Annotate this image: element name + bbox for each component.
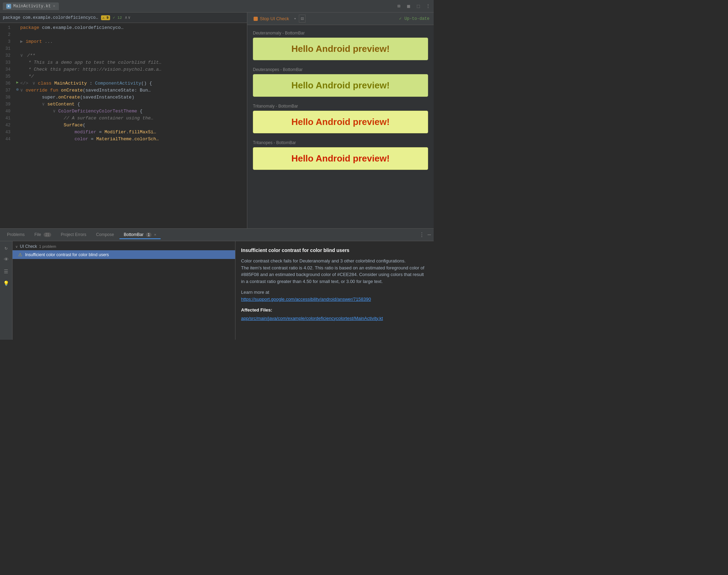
file-tab[interactable]: K MainActivity.kt × <box>3 2 59 10</box>
main-layout: package com.example.colordeficiencyco… ⚠… <box>0 13 434 228</box>
package-path: package com.example.colordeficiencyco… <box>3 15 98 20</box>
preview-section-deuteranopes: Deuteranopes - BottomBar Hello Android p… <box>253 67 428 97</box>
detail-title: Insufficient color contrast for color bl… <box>241 247 428 254</box>
panel-toolbar-right: ⋮ — <box>419 231 431 238</box>
title-bar-actions: ⊞ ▦ ⬚ ⋮ <box>396 3 431 9</box>
tab-close-button[interactable]: × <box>53 4 55 8</box>
problem-count: 1 problem <box>39 244 56 249</box>
editor-header: package com.example.colordeficiencyco… ⚠… <box>0 13 247 23</box>
code-line: 33 * This is a demo app to test the colo… <box>0 59 247 66</box>
problem-text: Insufficient color contrast for color bl… <box>25 252 109 257</box>
panel-sidebar: ↻ 👁 ☰ 💡 <box>0 241 13 340</box>
layout-icon[interactable]: ▦ <box>406 3 411 9</box>
panel-body: ↻ 👁 ☰ 💡 ∨ UI Check 1 problem ⚠ Insuffici… <box>0 241 434 340</box>
preview-card-tritanomaly: Hello Android preview! <box>253 111 428 133</box>
title-bar: K MainActivity.kt × ⊞ ▦ ⬚ ⋮ <box>0 0 434 13</box>
problems-list: ∨ UI Check 1 problem ⚠ Insufficient colo… <box>13 241 235 340</box>
code-line: 1 package com.example.colordeficiencyco… <box>0 24 247 31</box>
panel-tabs: Problems File 21 Project Errors Compose … <box>0 229 434 241</box>
stop-ui-check-button[interactable]: Stop UI Check <box>251 15 291 23</box>
tab-bottombar[interactable]: BottomBar 1 × <box>119 231 160 239</box>
nav-arrows[interactable]: ∧ ∨ <box>125 15 130 20</box>
preview-toolbar: Stop UI Check ▾ ⊡ ✓ Up-to-date <box>247 13 434 25</box>
preview-status: ✓ Up-to-date <box>399 16 429 21</box>
learn-more-link[interactable]: https://support.google.com/accessibility… <box>241 297 371 302</box>
preview-card-deuteranopes: Hello Android preview! <box>253 74 428 97</box>
image-icon[interactable]: ⬚ <box>416 3 421 9</box>
bottom-panel: Problems File 21 Project Errors Compose … <box>0 228 434 340</box>
checkmark-icon: ✓ <box>399 16 402 21</box>
code-line: 2 <box>0 31 247 38</box>
preview-text-tritanopes: Hello Android preview! <box>291 153 389 164</box>
affected-file-link[interactable]: app/src/main/java/com/example/colordefic… <box>241 315 428 322</box>
stop-icon <box>254 17 258 21</box>
nav-up-icon[interactable]: ∧ <box>125 15 127 20</box>
code-editor: package com.example.colordeficiencyco… ⚠… <box>0 13 247 228</box>
code-line: 37 ⊙ ∨ override fun onCreate(savedInstan… <box>0 87 247 94</box>
preview-text-deuteranomaly: Hello Android preview! <box>291 44 389 54</box>
code-line: 36 ▶ </> ∨ class MainActivity : Componen… <box>0 80 247 87</box>
code-line: 43 modifier = Modifier.fillMaxSi… <box>0 129 247 136</box>
grid-icon[interactable]: ⊞ <box>396 3 402 9</box>
panel-more-icon[interactable]: ⋮ <box>419 231 425 238</box>
more-options-icon[interactable]: ⋮ <box>425 3 431 9</box>
problem-item[interactable]: ⚠ Insufficient color contrast for color … <box>13 250 235 259</box>
preview-card-deuteranomaly: Hello Android preview! <box>253 38 428 60</box>
list-icon[interactable]: ☰ <box>2 268 10 275</box>
tab-project-errors[interactable]: Project Errors <box>57 231 91 239</box>
collapse-arrow-icon[interactable]: ∨ <box>15 245 18 249</box>
code-line: 3 ▶ import ... <box>0 38 247 45</box>
affected-label: Affected Files: <box>241 307 428 314</box>
preview-text-tritanomaly: Hello Android preview! <box>291 117 389 127</box>
code-line: 40 ∨ ColorDeficiencyColorTestTheme { <box>0 108 247 115</box>
up-to-date-label: Up-to-date <box>404 16 429 21</box>
preview-section-tritanopes: Tritanopes - BottomBar Hello Android pre… <box>253 140 428 170</box>
code-lines: 1 package com.example.colordeficiencyco…… <box>0 23 247 228</box>
warning-badge: ⚠ 9 <box>101 15 110 20</box>
ui-check-label: UI Check <box>20 244 37 249</box>
learn-more-text: Learn more at https://support.google.com… <box>241 289 428 302</box>
bulb-icon[interactable]: 💡 <box>2 279 10 287</box>
breadcrumb: package com.example.colordeficiencyco… <box>3 15 98 20</box>
preview-card-tritanopes: Hello Android preview! <box>253 147 428 170</box>
tab-filename: MainActivity.kt <box>13 4 51 9</box>
section-label: Tritanomaly - BottomBar <box>253 104 428 109</box>
tab-problems[interactable]: Problems <box>3 231 29 239</box>
code-line: 35 */ <box>0 73 247 80</box>
preview-text-deuteranopes: Hello Android preview! <box>291 80 389 91</box>
warning-icon: ⚠ <box>18 252 22 257</box>
eye-icon[interactable]: 👁 <box>2 256 10 263</box>
panel-minimize-icon[interactable]: — <box>427 232 431 238</box>
preview-section-deuteranomaly: Deuteranomaly - BottomBar Hello Android … <box>253 31 428 60</box>
tab-close-icon[interactable]: × <box>154 233 156 237</box>
tab-file[interactable]: File 21 <box>30 231 55 239</box>
section-label: Tritanopes - BottomBar <box>253 140 428 145</box>
preview-panel: Stop UI Check ▾ ⊡ ✓ Up-to-date Deuterano… <box>247 13 434 228</box>
dropdown-arrow-icon[interactable]: ▾ <box>294 16 296 21</box>
code-line: 34 * Check this paper: https://vision.ps… <box>0 66 247 73</box>
code-line: 41 // A surface container using the… <box>0 115 247 122</box>
detail-panel: Insufficient color contrast for color bl… <box>235 241 434 340</box>
section-label: Deuteranopes - BottomBar <box>253 67 428 72</box>
code-line: 31 <box>0 45 247 52</box>
code-line: 38 super.onCreate(savedInstanceState) <box>0 94 247 101</box>
ui-check-header: ∨ UI Check 1 problem <box>13 243 235 250</box>
section-label: Deuteranomaly - BottomBar <box>253 31 428 36</box>
code-line: 44 color = MaterialTheme.colorSch… <box>0 136 247 143</box>
tab-compose[interactable]: Compose <box>92 231 118 239</box>
stop-button-label: Stop UI Check <box>260 16 289 21</box>
preview-content: Deuteranomaly - BottomBar Hello Android … <box>247 25 434 175</box>
nav-down-icon[interactable]: ∨ <box>128 15 130 20</box>
kotlin-file-icon: K <box>6 4 11 9</box>
code-line: 42 Surface( <box>0 122 247 129</box>
detail-body: Color contrast check fails for Deuterano… <box>241 258 428 285</box>
preview-section-tritanomaly: Tritanomaly - BottomBar Hello Android pr… <box>253 104 428 133</box>
code-line: 32 ∨ /** <box>0 52 247 59</box>
code-line: 39 ∨ setContent { <box>0 101 247 108</box>
check-badge: ✓ 12 <box>113 15 122 20</box>
refresh-icon[interactable]: ↻ <box>2 244 10 252</box>
split-view-icon[interactable]: ⊡ <box>299 15 305 23</box>
